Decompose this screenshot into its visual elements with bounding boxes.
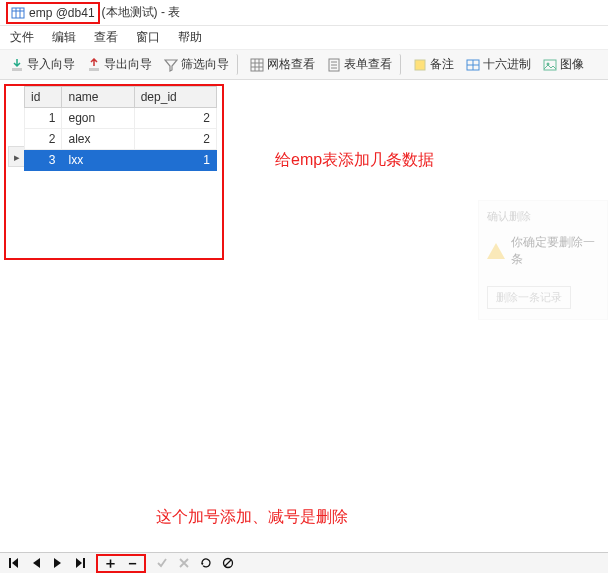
title-text-b: db41 bbox=[68, 6, 95, 20]
menu-bar: 文件 编辑 查看 窗口 帮助 bbox=[0, 26, 608, 50]
prev-record-button[interactable] bbox=[30, 556, 42, 570]
col-dep_id[interactable]: dep_id bbox=[134, 87, 216, 108]
svg-line-29 bbox=[225, 560, 231, 566]
delete-record-button[interactable]: － bbox=[126, 556, 138, 570]
cell-id[interactable]: 3 bbox=[25, 150, 62, 171]
main-area: ▸ id name dep_id 1 egon 2 2 alex 2 bbox=[0, 80, 608, 552]
hex-label: 十六进制 bbox=[483, 56, 531, 73]
svg-marker-23 bbox=[33, 558, 40, 568]
filter-icon bbox=[164, 58, 178, 72]
confirm-delete-dialog: 确认删除 你确定要删除一条 删除一条记录 bbox=[478, 200, 608, 320]
note-icon bbox=[413, 58, 427, 72]
hex-button[interactable]: 十六进制 bbox=[462, 54, 535, 75]
filter-label: 筛选向导 bbox=[181, 56, 229, 73]
dialog-delete-button[interactable]: 删除一条记录 bbox=[487, 286, 571, 309]
add-record-button[interactable]: ＋ bbox=[104, 556, 116, 570]
row-marker: ▸ bbox=[8, 146, 24, 167]
svg-marker-25 bbox=[76, 558, 82, 568]
cancel-button[interactable] bbox=[178, 556, 190, 570]
first-record-button[interactable] bbox=[8, 556, 20, 570]
dialog-title: 确认删除 bbox=[487, 209, 599, 224]
image-button[interactable]: 图像 bbox=[539, 54, 588, 75]
menu-window[interactable]: 窗口 bbox=[136, 29, 160, 46]
svg-rect-5 bbox=[89, 68, 99, 71]
warning-icon bbox=[487, 243, 505, 259]
cell-dep_id[interactable]: 2 bbox=[134, 129, 216, 150]
svg-rect-26 bbox=[83, 558, 85, 568]
toolbar: 导入向导 导出向导 筛选向导 网格查看 表单查看 备注 十六进制 图像 bbox=[0, 50, 608, 80]
svg-rect-15 bbox=[415, 60, 425, 70]
cell-dep_id[interactable]: 2 bbox=[134, 108, 216, 129]
cell-dep_id[interactable]: 1 bbox=[134, 150, 216, 171]
plus-minus-highlight-box: ＋ － bbox=[96, 554, 146, 573]
menu-help[interactable]: 帮助 bbox=[178, 29, 202, 46]
table-row[interactable]: 2 alex 2 bbox=[25, 129, 217, 150]
grid-label: 网格查看 bbox=[267, 56, 315, 73]
grid-view-button[interactable]: 网格查看 bbox=[246, 54, 319, 75]
svg-marker-27 bbox=[201, 563, 204, 566]
table-app-icon bbox=[11, 6, 25, 20]
form-icon bbox=[327, 58, 341, 72]
form-label: 表单查看 bbox=[344, 56, 392, 73]
data-grid[interactable]: id name dep_id 1 egon 2 2 alex 2 3 bbox=[24, 86, 217, 171]
image-icon bbox=[543, 58, 557, 72]
record-navigator: ＋ － bbox=[0, 552, 608, 573]
annotation-add-rows: 给emp表添加几条数据 bbox=[275, 150, 434, 171]
form-view-button[interactable]: 表单查看 bbox=[323, 54, 401, 75]
svg-rect-19 bbox=[544, 60, 556, 70]
dialog-message: 你确定要删除一条 bbox=[511, 234, 599, 268]
title-bar: emp @ db41 (本地测试) - 表 bbox=[0, 0, 608, 26]
title-highlight-box: emp @ db41 bbox=[6, 2, 100, 24]
menu-file[interactable]: 文件 bbox=[10, 29, 34, 46]
note-label: 备注 bbox=[430, 56, 454, 73]
col-name[interactable]: name bbox=[62, 87, 134, 108]
hex-icon bbox=[466, 58, 480, 72]
svg-marker-22 bbox=[12, 558, 18, 568]
annotation-plus-minus: 这个加号添加、减号是删除 bbox=[156, 507, 348, 528]
table-row[interactable]: 1 egon 2 bbox=[25, 108, 217, 129]
svg-rect-6 bbox=[251, 59, 263, 71]
refresh-button[interactable] bbox=[200, 556, 212, 570]
image-label: 图像 bbox=[560, 56, 584, 73]
commit-button[interactable] bbox=[156, 556, 168, 570]
svg-marker-24 bbox=[54, 558, 61, 568]
import-icon bbox=[10, 58, 24, 72]
import-wizard-button[interactable]: 导入向导 bbox=[6, 54, 79, 75]
grid-icon bbox=[250, 58, 264, 72]
next-record-button[interactable] bbox=[52, 556, 64, 570]
menu-edit[interactable]: 编辑 bbox=[52, 29, 76, 46]
cell-name[interactable]: egon bbox=[62, 108, 134, 129]
export-icon bbox=[87, 58, 101, 72]
svg-rect-4 bbox=[12, 68, 22, 71]
note-button[interactable]: 备注 bbox=[409, 54, 458, 75]
menu-view[interactable]: 查看 bbox=[94, 29, 118, 46]
import-label: 导入向导 bbox=[27, 56, 75, 73]
svg-rect-21 bbox=[9, 558, 11, 568]
filter-wizard-button[interactable]: 筛选向导 bbox=[160, 54, 238, 75]
col-id[interactable]: id bbox=[25, 87, 62, 108]
cell-id[interactable]: 2 bbox=[25, 129, 62, 150]
cell-name[interactable]: lxx bbox=[62, 150, 134, 171]
svg-rect-0 bbox=[12, 8, 24, 18]
export-label: 导出向导 bbox=[104, 56, 152, 73]
table-highlight-box: ▸ id name dep_id 1 egon 2 2 alex 2 bbox=[4, 84, 224, 260]
cell-name[interactable]: alex bbox=[62, 129, 134, 150]
last-record-button[interactable] bbox=[74, 556, 86, 570]
title-text-c: (本地测试) - 表 bbox=[102, 4, 181, 21]
export-wizard-button[interactable]: 导出向导 bbox=[83, 54, 156, 75]
title-text-a: emp @ bbox=[29, 6, 68, 20]
cell-id[interactable]: 1 bbox=[25, 108, 62, 129]
stop-button[interactable] bbox=[222, 556, 234, 570]
table-row-selected[interactable]: 3 lxx 1 bbox=[25, 150, 217, 171]
